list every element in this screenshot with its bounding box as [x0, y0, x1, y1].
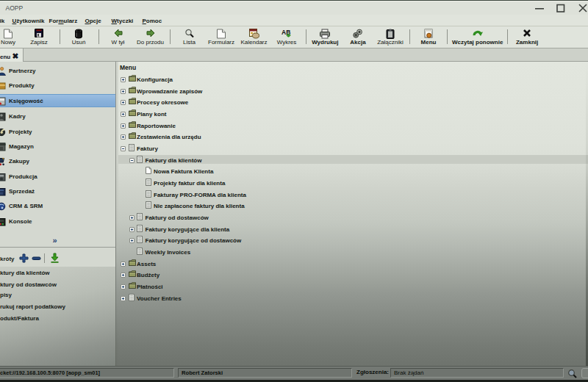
svg-text:AB: AB	[282, 29, 290, 36]
